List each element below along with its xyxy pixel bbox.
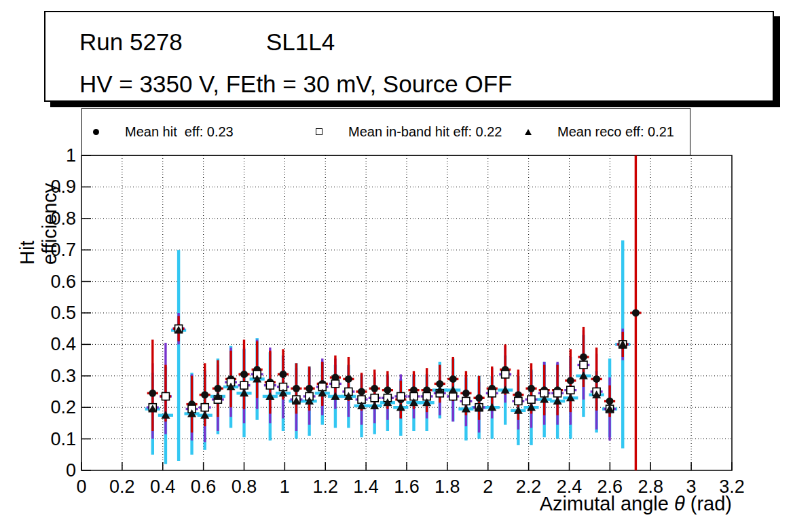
data-marker-open-square — [449, 392, 457, 400]
data-marker-open-square — [462, 397, 470, 405]
data-marker-open-square — [162, 392, 169, 400]
data-marker-filled-circle — [632, 310, 640, 317]
conditions-label: HV = 3350 V, FEth = 30 mV, Source OFF — [79, 72, 512, 96]
data-marker-open-square — [502, 371, 509, 378]
data-marker-filled-circle — [593, 375, 600, 383]
x-tick-label: 0.8 — [232, 476, 257, 497]
data-marker-open-square — [397, 392, 405, 400]
y-tick-label: 0.4 — [50, 334, 76, 354]
data-marker-filled-circle — [449, 375, 457, 383]
x-axis-title: Azimutal angle θ (rad) — [540, 493, 732, 515]
x-tick-label: 0.2 — [109, 476, 135, 497]
data-marker-open-square — [528, 396, 535, 403]
filled-triangle-icon — [525, 129, 532, 135]
data-marker-filled-circle — [240, 371, 248, 378]
data-marker-filled-circle — [279, 371, 287, 378]
data-marker-open-square — [240, 381, 248, 389]
data-marker-filled-circle — [580, 353, 587, 360]
legend-label: Mean reco eff: 0.21 — [557, 124, 674, 140]
y-tick-label: 0 — [66, 460, 76, 481]
data-marker-filled-circle — [528, 385, 535, 392]
data-marker-filled-circle — [358, 388, 365, 396]
legend-box: Mean hit eff: 0.23 Mean in-band hit eff:… — [81, 108, 690, 155]
y-tick-label: 1 — [66, 145, 76, 166]
y-tick-label: 0.5 — [50, 303, 76, 323]
x-tick-label: 0.4 — [150, 476, 176, 497]
data-marker-open-square — [488, 390, 496, 397]
y-tick-label: 0.3 — [50, 366, 76, 386]
legend-label: Mean in-band hit eff: 0.22 — [348, 124, 502, 140]
data-marker-filled-circle — [567, 377, 574, 384]
legend-label: Mean hit eff: 0.23 — [125, 124, 234, 140]
data-marker-filled-circle — [293, 385, 300, 392]
y-tick-label: 0.6 — [50, 272, 76, 292]
y-axis-title: Hit efficiency — [16, 156, 61, 265]
data-marker-filled-circle — [384, 386, 391, 394]
x-tick-label: 1.2 — [312, 476, 338, 497]
filled-circle-icon — [93, 129, 99, 135]
x-tick-label: 1.4 — [353, 476, 379, 497]
x-tick-label: 0 — [76, 476, 86, 497]
chamber-label: SL1L4 — [266, 30, 335, 54]
data-marker-open-square — [371, 394, 378, 402]
x-tick-label: 0.6 — [191, 476, 217, 497]
data-marker-open-square — [515, 397, 522, 405]
data-marker-open-square — [580, 361, 587, 369]
data-marker-filled-circle — [475, 394, 483, 402]
data-marker-open-square — [331, 380, 339, 388]
data-marker-filled-circle — [345, 375, 352, 383]
run-number: Run 5278 — [79, 30, 183, 54]
data-marker-open-square — [266, 381, 274, 389]
data-marker-open-square — [567, 386, 574, 394]
legend-entry-reco-eff: Mean reco eff: 0.21 — [525, 109, 674, 155]
data-marker-filled-circle — [606, 397, 614, 405]
data-marker-open-square — [554, 390, 561, 397]
data-marker-filled-circle — [371, 385, 378, 392]
root-canvas: 00.20.40.60.811.21.41.61.822.22.42.62.83… — [0, 0, 812, 524]
data-marker-filled-circle — [462, 390, 470, 397]
x-tick-label: 1.6 — [394, 476, 420, 497]
theta-symbol: θ — [674, 493, 685, 514]
x-tick-label: 2 — [483, 476, 493, 497]
title-pave: Run 5278 SL1L4 HV = 3350 V, FEth = 30 mV… — [44, 11, 774, 102]
open-square-icon — [316, 128, 322, 135]
y-tick-label: 0.1 — [50, 429, 76, 449]
x-tick-label: 1 — [280, 476, 290, 497]
data-marker-filled-circle — [149, 390, 156, 397]
legend-entry-hit-eff: Mean hit eff: 0.23 — [93, 109, 234, 155]
data-marker-filled-circle — [201, 391, 208, 398]
data-marker-filled-circle — [214, 385, 221, 392]
x-tick-label: 2.2 — [516, 476, 542, 497]
legend-entry-inband-hit-eff: Mean in-band hit eff: 0.22 — [316, 109, 502, 155]
data-marker-open-square — [201, 404, 208, 411]
data-marker-filled-circle — [306, 385, 313, 392]
y-tick-label: 0.2 — [50, 397, 76, 417]
x-tick-label: 1.8 — [435, 476, 460, 497]
